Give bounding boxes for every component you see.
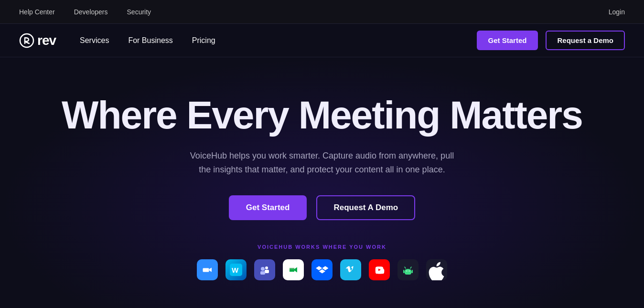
hero-buttons: Get Started Request A Demo <box>229 195 415 220</box>
main-nav: rev Services For Business Pricing Get St… <box>0 24 644 57</box>
nav-pricing-link[interactable]: Pricing <box>192 36 215 45</box>
android-icon <box>397 259 419 280</box>
svg-point-6 <box>265 266 268 269</box>
teams-icon <box>254 259 275 280</box>
vimeo-icon <box>340 259 361 280</box>
app-icons-row: W <box>197 259 447 280</box>
svg-rect-7 <box>265 270 269 273</box>
top-bar-right: Login <box>609 8 625 16</box>
rev-logo-icon <box>19 33 34 48</box>
svg-rect-9 <box>260 271 265 275</box>
svg-text:W: W <box>232 266 239 274</box>
nav-get-started-button[interactable]: Get Started <box>477 31 538 50</box>
security-link[interactable]: Security <box>127 8 151 16</box>
dropbox-icon <box>311 259 333 280</box>
youtube-icon <box>369 259 390 280</box>
top-utility-bar: Help Center Developers Security Login <box>0 0 644 24</box>
nav-services-link[interactable]: Services <box>80 36 109 45</box>
svg-point-0 <box>20 34 33 47</box>
svg-point-19 <box>407 271 408 272</box>
hero-request-demo-button[interactable]: Request A Demo <box>316 195 415 220</box>
top-bar-links: Help Center Developers Security <box>19 8 151 16</box>
help-center-link[interactable]: Help Center <box>19 8 55 16</box>
webex-icon: W <box>225 259 247 280</box>
svg-point-20 <box>409 271 410 272</box>
nav-for-business-link[interactable]: For Business <box>128 36 172 45</box>
hero-title: Where Every Meeting Matters <box>62 95 582 136</box>
developers-link[interactable]: Developers <box>74 8 108 16</box>
google-meet-icon <box>283 259 304 280</box>
hero-get-started-button[interactable]: Get Started <box>229 195 307 220</box>
logo[interactable]: rev <box>19 33 56 48</box>
nav-request-demo-button[interactable]: Request a Demo <box>546 31 625 50</box>
svg-rect-16 <box>405 269 411 275</box>
apple-icon <box>426 259 447 280</box>
logo-text: rev <box>37 33 56 48</box>
works-where-label: VOICEHUB WORKS WHERE YOU WORK <box>258 244 386 250</box>
nav-left: rev Services For Business Pricing <box>19 33 215 48</box>
login-link[interactable]: Login <box>609 8 625 16</box>
svg-rect-12 <box>344 264 357 276</box>
hero-section: Where Every Meeting Matters VoiceHub hel… <box>0 57 644 308</box>
svg-point-8 <box>261 267 265 271</box>
zoom-icon <box>197 259 218 280</box>
hero-subtitle: VoiceHub helps you work smarter. Capture… <box>188 149 456 177</box>
nav-right: Get Started Request a Demo <box>477 31 625 50</box>
nav-links: Services For Business Pricing <box>80 36 215 45</box>
